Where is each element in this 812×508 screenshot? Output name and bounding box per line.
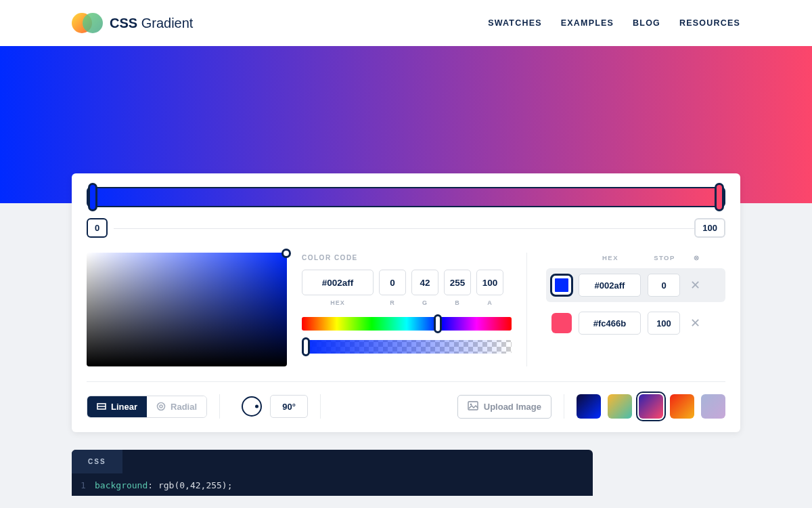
preset-swatch[interactable] [701,394,725,419]
svg-point-5 [470,403,472,405]
color-code-section: COLOR CODE HEX R G B A [302,253,512,366]
preset-swatch[interactable] [670,394,694,419]
stop-hex-input[interactable] [579,274,641,297]
linear-button[interactable]: Linear [87,396,147,417]
hex-label: HEX [302,299,374,306]
r-input[interactable] [379,270,406,295]
a-label: A [476,299,503,306]
code-line: 1 background: rgb(0,42,255); [72,473,593,496]
css-tab[interactable]: CSS [72,450,122,473]
stop-row[interactable]: ✕ [546,268,725,302]
g-input[interactable] [411,270,438,295]
a-input[interactable] [476,270,503,295]
divider [219,394,220,419]
stops-header-stop: STOP [645,254,684,261]
hue-handle[interactable] [434,314,442,333]
logo-text: CSS Gradient [110,16,193,31]
svg-point-2 [158,403,165,410]
editor-panel: 0 100 COLOR CODE HEX R G B A [72,173,740,432]
linear-label: Linear [111,402,137,412]
svg-point-3 [160,405,162,408]
nav-examples[interactable]: EXAMPLES [561,18,614,28]
hex-input[interactable] [302,270,374,295]
preset-swatch[interactable] [608,394,632,419]
logo-icon [72,12,103,34]
stops-header-delete: ⊗ [684,254,710,261]
b-input[interactable] [444,270,471,295]
stop-left-value[interactable]: 0 [87,218,108,238]
gradient-type-toggle: Linear Radial [87,396,207,418]
delete-stop-icon[interactable]: ✕ [687,316,703,331]
stop-position-input[interactable] [648,274,680,297]
css-output: CSS 1 background: rgb(0,42,255); [72,450,593,496]
delete-stop-icon[interactable]: ✕ [687,278,703,293]
image-icon [468,401,478,412]
hue-slider[interactable] [302,317,512,331]
upload-label: Upload Image [484,402,541,412]
stop-swatch[interactable] [551,313,572,333]
linear-icon [97,402,106,411]
color-code-label: COLOR CODE [302,254,512,261]
r-label: R [379,299,406,306]
alpha-handle[interactable] [302,337,310,356]
stop-position-input[interactable] [648,312,680,335]
stop-hex-input[interactable] [579,312,641,335]
picker-cursor[interactable] [281,249,291,258]
nav-resources[interactable]: RESOURCES [679,18,740,28]
gradient-slider[interactable] [87,187,725,207]
stops-header-hex: HEX [576,254,645,261]
main-nav: SWATCHES EXAMPLES BLOG RESOURCES [488,18,740,28]
b-label: B [444,299,471,306]
preset-swatch[interactable] [639,394,663,419]
angle-dial[interactable] [242,396,262,417]
saturation-picker[interactable] [87,253,287,366]
stop-position-labels: 0 100 [87,218,725,238]
upload-image-button[interactable]: Upload Image [457,395,551,419]
controls-bar: Linear Radial Upload Image [87,382,725,432]
preset-swatch[interactable] [577,394,601,419]
radial-button[interactable]: Radial [147,396,206,417]
gradient-stop-handle-2[interactable] [715,183,724,211]
divider [320,394,321,419]
stops-list: HEX STOP ⊗ ✕ ✕ [526,253,725,366]
alpha-slider[interactable] [302,340,512,354]
radial-label: Radial [171,402,197,412]
preset-swatches [577,394,725,419]
divider [564,394,564,419]
stop-row[interactable]: ✕ [546,306,725,340]
nav-swatches[interactable]: SWATCHES [488,18,542,28]
logo[interactable]: CSS Gradient [72,12,193,34]
line-number: 1 [72,480,95,490]
stop-right-value[interactable]: 100 [694,218,725,238]
stop-swatch[interactable] [551,275,572,295]
g-label: G [411,299,438,306]
nav-blog[interactable]: BLOG [633,18,660,28]
gradient-stop-handle-1[interactable] [88,183,97,211]
angle-input[interactable] [270,395,308,418]
radial-icon [156,402,166,411]
header: CSS Gradient SWATCHES EXAMPLES BLOG RESO… [0,0,812,46]
